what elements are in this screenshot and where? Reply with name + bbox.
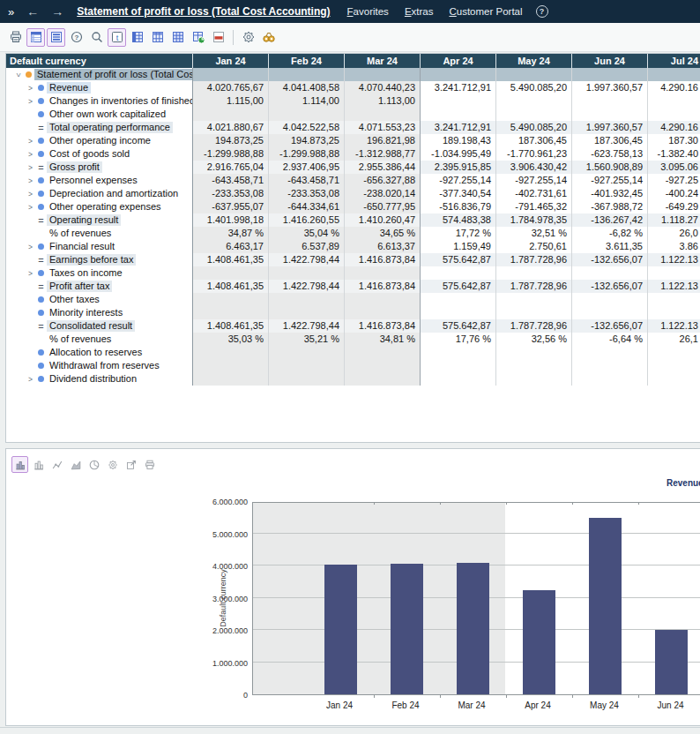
table-cell[interactable]: -401.932,45 bbox=[571, 187, 647, 200]
table-row[interactable]: =Consolidated result1.408.461,351.422.79… bbox=[6, 319, 700, 333]
expand-chevron-icon[interactable]: > bbox=[14, 70, 23, 79]
chart-bar-feb-24[interactable] bbox=[391, 564, 423, 694]
table-cell[interactable] bbox=[495, 94, 571, 108]
table-cell[interactable]: 1.118.27 bbox=[647, 213, 700, 227]
table-cell[interactable] bbox=[571, 359, 647, 372]
table-row[interactable]: >Taxes on income bbox=[6, 266, 700, 280]
table-cell[interactable] bbox=[268, 68, 344, 81]
table-header-column-icon[interactable] bbox=[26, 28, 45, 47]
table-cell[interactable]: 1.422.798,44 bbox=[268, 253, 344, 266]
table-cell[interactable]: -643.458,71 bbox=[268, 174, 344, 187]
table-cell[interactable]: -927.255,14 bbox=[420, 174, 495, 187]
table-row[interactable]: >Financial result6.463,176.537,896.613,3… bbox=[6, 240, 700, 253]
table-cell[interactable]: -132.656,07 bbox=[571, 280, 647, 293]
table-cell[interactable]: 1.560.908,89 bbox=[571, 161, 647, 174]
table-cell[interactable]: 34,81 % bbox=[344, 333, 420, 346]
row-label-cell[interactable]: Other own work capitalized bbox=[6, 108, 192, 121]
table-cell[interactable]: 34,65 % bbox=[344, 227, 420, 240]
table-cell[interactable]: -1.382.40 bbox=[647, 147, 700, 161]
table-cell[interactable]: 194.873,25 bbox=[192, 134, 268, 147]
table-cell[interactable] bbox=[420, 68, 495, 81]
expand-chevron-icon[interactable]: > bbox=[26, 190, 35, 198]
table-cell[interactable] bbox=[420, 108, 495, 121]
table-cell[interactable]: -643.458,71 bbox=[192, 174, 268, 187]
table-cell[interactable]: -367.988,72 bbox=[571, 200, 647, 213]
table-row[interactable]: >Statement of profit or loss (Total Cost… bbox=[6, 68, 700, 81]
table-cell[interactable]: 1.408.461,35 bbox=[192, 280, 268, 293]
table-cell[interactable]: -402.731,61 bbox=[495, 187, 571, 200]
printer-small-icon[interactable] bbox=[141, 456, 158, 473]
table-cell[interactable]: 189.198,43 bbox=[420, 134, 495, 147]
table-cell[interactable]: 4.021.880,67 bbox=[192, 121, 268, 134]
table-cell[interactable]: 1.401.998,18 bbox=[192, 213, 268, 227]
row-label-cell[interactable]: >Depreciation and amortization bbox=[6, 187, 192, 200]
table-cell[interactable]: 5.490.085,20 bbox=[495, 81, 571, 94]
table-cell[interactable]: -233.353,08 bbox=[192, 187, 268, 200]
table-cell[interactable]: 4.042.522,58 bbox=[268, 121, 344, 134]
menu-item-favorites[interactable]: Favorites bbox=[339, 6, 397, 17]
table-cell[interactable]: -132.656,07 bbox=[571, 253, 647, 266]
chart-bar-may-24[interactable] bbox=[589, 518, 622, 694]
table-cell[interactable]: -1.312.988,77 bbox=[344, 147, 420, 161]
column-header-apr-24[interactable]: Apr 24 bbox=[420, 54, 495, 68]
expand-chevron-icon[interactable]: > bbox=[26, 176, 35, 185]
settings-star-icon[interactable] bbox=[239, 28, 257, 47]
table-cell[interactable] bbox=[420, 293, 495, 306]
menu-item-extras[interactable]: Extras bbox=[397, 6, 442, 17]
table-cell[interactable]: 6.537,89 bbox=[268, 240, 344, 253]
table-cell[interactable]: 35,04 % bbox=[268, 227, 344, 240]
expand-chevron-icon[interactable]: > bbox=[26, 163, 35, 172]
table-cell[interactable]: -238.020,14 bbox=[344, 187, 420, 200]
table-cell[interactable]: 4.020.765,67 bbox=[192, 81, 268, 94]
table-cell[interactable] bbox=[571, 94, 647, 108]
table-cell[interactable]: -927.255,14 bbox=[571, 174, 647, 187]
row-label-cell[interactable]: % of revenues bbox=[6, 227, 192, 240]
pie-chart-icon[interactable] bbox=[86, 456, 102, 473]
row-label-cell[interactable]: % of revenues bbox=[6, 333, 192, 346]
table-cell[interactable]: 1.997.360,57 bbox=[571, 81, 647, 94]
table-cell[interactable]: 1.416.873,84 bbox=[344, 319, 420, 333]
table-cell[interactable]: 32,51 % bbox=[495, 227, 571, 240]
table-cell[interactable]: 1.787.728,96 bbox=[495, 253, 571, 266]
table-cell[interactable] bbox=[571, 68, 647, 81]
table-cell[interactable] bbox=[571, 346, 647, 359]
table-cell[interactable] bbox=[495, 266, 571, 280]
table-cell[interactable] bbox=[647, 266, 700, 280]
table-cell[interactable]: 575.642,87 bbox=[420, 253, 495, 266]
table-cell[interactable]: 1.115,00 bbox=[192, 94, 268, 108]
table-cell[interactable] bbox=[192, 306, 268, 319]
table-cell[interactable] bbox=[495, 306, 571, 319]
table-cell[interactable]: 2.916.765,04 bbox=[192, 161, 268, 174]
table-cell[interactable]: 26,1 bbox=[647, 333, 700, 346]
row-label-cell[interactable]: Other taxes bbox=[6, 293, 192, 306]
table-cell[interactable] bbox=[647, 372, 700, 386]
column-header-mar-24[interactable]: Mar 24 bbox=[344, 54, 420, 68]
column-header-feb-24[interactable]: Feb 24 bbox=[268, 54, 344, 68]
table-cell[interactable]: -637.955,07 bbox=[192, 200, 268, 213]
table-cell[interactable]: 34,87 % bbox=[192, 227, 268, 240]
search-icon[interactable] bbox=[87, 28, 106, 47]
table-cell[interactable] bbox=[344, 68, 420, 81]
table-cell[interactable]: 4.070.440,23 bbox=[344, 81, 420, 94]
table-cell[interactable] bbox=[344, 372, 420, 386]
row-label-cell[interactable]: >=Gross profit bbox=[6, 161, 192, 174]
column-chart-icon[interactable] bbox=[30, 456, 47, 473]
table-cell[interactable] bbox=[268, 346, 344, 359]
row-label-cell[interactable]: =Consolidated result bbox=[6, 319, 192, 333]
table-cell[interactable] bbox=[495, 68, 571, 81]
table-cell[interactable]: 6.463,17 bbox=[192, 240, 268, 253]
table-cell[interactable]: 1.408.461,35 bbox=[192, 319, 268, 333]
table-cell[interactable]: 1.410.260,47 bbox=[344, 213, 420, 227]
table-cell[interactable]: 3.095.06 bbox=[647, 161, 700, 174]
table-row[interactable]: % of revenues35,03 %35,21 %34,81 %17,76 … bbox=[6, 333, 700, 346]
column-header-jan-24[interactable]: Jan 24 bbox=[192, 54, 268, 68]
table-cell[interactable] bbox=[495, 372, 571, 386]
forward-arrow-icon[interactable]: → bbox=[45, 4, 70, 19]
table-row[interactable]: >Cost of goods sold-1.299.988,88-1.299.9… bbox=[6, 147, 700, 161]
menu-item-customer-portal[interactable]: Customer Portal bbox=[441, 6, 530, 17]
expand-chevron-icon[interactable]: > bbox=[26, 137, 35, 146]
table-cell[interactable]: 194.873,25 bbox=[268, 134, 344, 147]
table-cell[interactable]: -927.25 bbox=[647, 174, 700, 187]
table-cell[interactable]: -132.656,07 bbox=[571, 319, 647, 333]
table-cell[interactable] bbox=[495, 293, 571, 306]
